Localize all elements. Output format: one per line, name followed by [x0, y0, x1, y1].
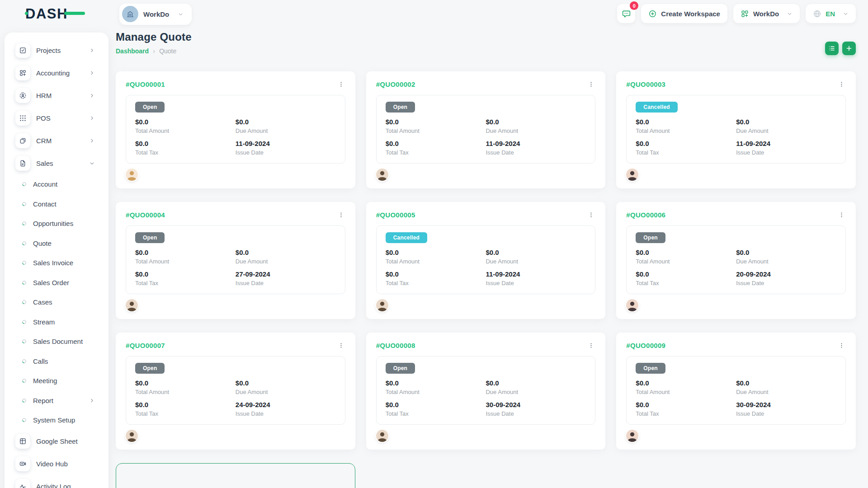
sidebar-item-opportunities[interactable]: Opportunities [5, 214, 108, 234]
total-amount-value: $0.0 [386, 379, 486, 387]
sidebar-item-cases[interactable]: Cases [5, 292, 108, 312]
total-tax-value: $0.0 [135, 401, 236, 409]
field-issue-date: 11-09-2024Issue Date [236, 140, 336, 156]
quote-id-link[interactable]: #QUO00006 [626, 211, 665, 219]
sidebar-item-crm[interactable]: CRM [5, 129, 108, 152]
field-total-tax: $0.0Total Tax [386, 140, 486, 156]
quote-card: #QUO00007Open$0.0Total Amount$0.0Due Amo… [116, 333, 355, 450]
quote-id-link[interactable]: #QUO00008 [376, 342, 415, 349]
quote-fields: $0.0Total Amount$0.0Due Amount$0.0Total … [135, 379, 336, 417]
assigned-user-avatar [626, 169, 638, 181]
issue-date-label: Issue Date [486, 410, 586, 417]
total-amount-label: Total Amount [636, 389, 736, 395]
sidebar-item-calls[interactable]: Calls [5, 352, 108, 371]
sidebar-item-label: HRM [36, 92, 52, 99]
sidebar-item-label: Quote [33, 239, 52, 247]
sidebar-item-sales[interactable]: Sales [5, 152, 108, 174]
field-total-amount: $0.0Total Amount [636, 249, 736, 265]
sidebar-item-google-sheet[interactable]: Google Sheet [5, 430, 108, 453]
crm-icon [15, 133, 30, 148]
card-menu-button[interactable] [837, 341, 846, 350]
sidebar-item-report[interactable]: Report [5, 391, 108, 411]
sidebar-item-label: CRM [36, 137, 52, 145]
sidebar-item-sales-order[interactable]: Sales Order [5, 273, 108, 293]
sidebar-item-pos[interactable]: POS [5, 107, 108, 129]
quote-card: #QUO00004Open$0.0Total Amount$0.0Due Amo… [116, 202, 355, 319]
quote-fields: $0.0Total Amount$0.0Due Amount$0.0Total … [386, 379, 586, 417]
field-issue-date: 11-09-2024Issue Date [486, 140, 586, 156]
quote-card-header: #QUO00009 [626, 341, 846, 350]
add-quote-button[interactable] [842, 42, 856, 55]
chat-icon [622, 9, 631, 19]
assigned-user-avatar [626, 430, 638, 442]
sidebar-item-stream[interactable]: Stream [5, 312, 108, 332]
sidebar-item-system-setup[interactable]: System Setup [5, 410, 108, 430]
total-amount-label: Total Amount [386, 389, 486, 395]
due-amount-label: Due Amount [236, 389, 336, 395]
sidebar-item-label: Google Sheet [36, 437, 78, 445]
quote-details-panel: Open$0.0Total Amount$0.0Due Amount$0.0To… [626, 356, 846, 425]
card-menu-button[interactable] [587, 341, 595, 350]
list-view-button[interactable] [825, 42, 839, 55]
total-amount-label: Total Amount [636, 127, 736, 134]
sidebar-item-projects[interactable]: Projects [5, 39, 108, 61]
card-menu-button[interactable] [837, 80, 846, 89]
assigned-user-avatar [126, 299, 138, 311]
quote-details-panel: Cancelled$0.0Total Amount$0.0Due Amount$… [376, 225, 596, 294]
chevron-down-icon [178, 11, 184, 17]
total-tax-value: $0.0 [386, 270, 486, 278]
new-quote-placeholder[interactable] [116, 463, 355, 488]
field-total-tax: $0.0Total Tax [135, 140, 236, 156]
messages-button[interactable]: 0 [617, 4, 635, 23]
sidebar-item-quote[interactable]: Quote [5, 234, 108, 253]
quote-id-link[interactable]: #QUO00002 [376, 80, 415, 88]
plus-icon [845, 45, 853, 52]
field-total-amount: $0.0Total Amount [386, 118, 486, 134]
total-tax-value: $0.0 [135, 140, 236, 148]
due-amount-label: Due Amount [736, 127, 836, 134]
breadcrumb-dashboard-link[interactable]: Dashboard [116, 47, 149, 55]
field-total-tax: $0.0Total Tax [636, 401, 736, 417]
sidebar-item-hrm[interactable]: HRM [5, 84, 108, 107]
quote-id-link[interactable]: #QUO00004 [126, 211, 165, 219]
quote-id-link[interactable]: #QUO00001 [126, 80, 165, 88]
issue-date-value: 11-09-2024 [486, 140, 586, 148]
activity-icon [15, 479, 30, 488]
sidebar-item-meeting[interactable]: Meeting [5, 371, 108, 391]
view-toolbar [825, 42, 856, 55]
sidebar-item-contact[interactable]: Contact [5, 194, 108, 214]
language-selector[interactable]: EN [806, 4, 856, 23]
field-total-tax: $0.0Total Tax [135, 270, 236, 286]
sidebar-item-video-hub[interactable]: Video Hub [5, 453, 108, 475]
create-workspace-button[interactable]: Create Workspace [641, 4, 727, 23]
issue-date-value: 11-09-2024 [486, 270, 586, 278]
quote-fields: $0.0Total Amount$0.0Due Amount$0.0Total … [135, 118, 336, 156]
video-icon [15, 456, 30, 471]
total-tax-label: Total Tax [135, 280, 236, 286]
sidebar-item-sales-document[interactable]: Sales Document [5, 332, 108, 352]
sidebar-item-sales-invoice[interactable]: Sales Invoice [5, 253, 108, 273]
sidebar-item-label: Accounting [36, 69, 70, 77]
sidebar-item-activity-log[interactable]: Activity Log [5, 475, 108, 488]
quote-id-link[interactable]: #QUO00005 [376, 211, 415, 219]
card-menu-button[interactable] [587, 80, 595, 89]
header-actions: 0 Create Workspace WorkDo EN [617, 4, 856, 23]
card-menu-button[interactable] [337, 80, 345, 89]
assigned-user-avatar [376, 169, 388, 181]
sidebar-item-account[interactable]: Account [5, 174, 108, 194]
issue-date-label: Issue Date [736, 410, 836, 417]
card-menu-button[interactable] [337, 211, 345, 219]
quote-id-link[interactable]: #QUO00003 [626, 80, 665, 88]
quote-card-header: #QUO00008 [376, 341, 596, 350]
workspace-dropdown[interactable]: WorkDo [733, 4, 800, 23]
card-menu-button[interactable] [837, 211, 846, 219]
quote-id-link[interactable]: #QUO00009 [626, 342, 665, 349]
quote-id-link[interactable]: #QUO00007 [126, 342, 165, 349]
issue-date-label: Issue Date [236, 149, 336, 156]
card-menu-button[interactable] [587, 211, 595, 219]
issue-date-value: 24-09-2024 [236, 401, 336, 409]
workspace-switcher[interactable]: WorkDo [119, 4, 192, 25]
field-due-amount: $0.0Due Amount [736, 118, 836, 134]
sidebar-item-accounting[interactable]: Accounting [5, 61, 108, 84]
card-menu-button[interactable] [337, 341, 345, 350]
